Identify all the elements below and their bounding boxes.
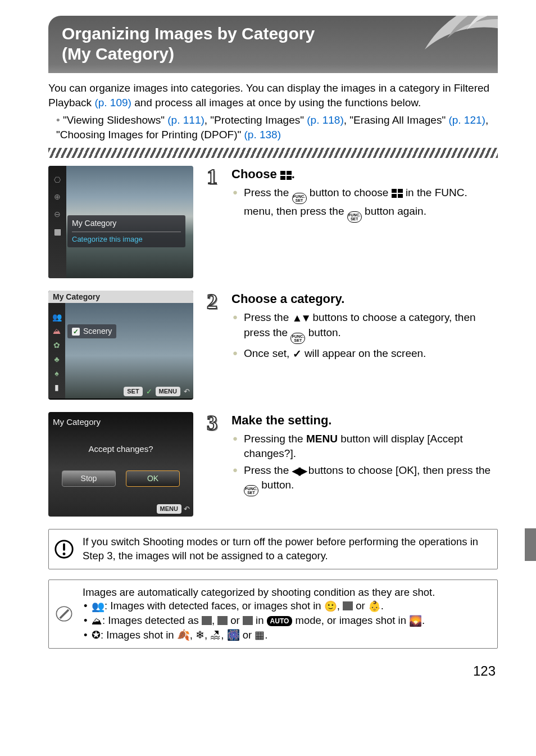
caution-note: If you switch Shooting modes or turn off…: [48, 529, 498, 569]
thumb-icon: ⎔: [54, 175, 61, 185]
intro-paragraph: You can organize images into categories.…: [48, 81, 498, 110]
tooltip-title: My Category: [72, 218, 181, 229]
snow-mode-icon: ❄: [196, 628, 205, 642]
thumb2-selected-item: ✓ Scenery: [67, 324, 116, 338]
night-snapshot-icon: [343, 601, 353, 610]
scenery-icon: ⛰: [53, 326, 61, 337]
check-icon: ✓: [146, 387, 152, 397]
landscape-mode-icon: 🌄: [409, 614, 422, 628]
back-arrow-icon: ↶: [184, 387, 190, 397]
step1-thumbnail: ⎔ ⊕ ⊖ ▦ My Category Categorize this imag…: [48, 166, 193, 278]
my-category-icon: [280, 171, 292, 180]
left-right-arrow-icon: ◀▶: [292, 464, 306, 478]
thumb2-iconcol: 👥 ⛰ ✿ ♣ ♠ ▮: [48, 303, 65, 399]
thumb3-title: My Category: [53, 417, 189, 428]
back-arrow-icon: ↶: [184, 504, 190, 514]
pencil-note-icon: [53, 603, 75, 624]
func-set-icon: FUNC.SET: [290, 333, 305, 344]
my-category-icon: [392, 189, 403, 198]
step1-title: Choose .: [231, 166, 498, 183]
thumb-icon: ⊕: [54, 192, 61, 202]
svg-rect-1: [63, 543, 65, 550]
scene-icon: [217, 616, 228, 625]
info-note: Images are automatically categorized by …: [48, 580, 498, 649]
kids-pets-icon: 👶: [368, 600, 381, 614]
page-number: 123: [48, 662, 498, 680]
page-ref-link[interactable]: (p. 109): [94, 97, 131, 108]
aquarium-mode-icon: ▦: [255, 628, 265, 642]
thumb3-message: Accept changes?: [53, 443, 189, 455]
step3-thumbnail: My Category Accept changes? Stop OK MENU…: [48, 412, 193, 517]
step-number: 1: [207, 166, 226, 225]
thumb1-sidebar: ⎔ ⊕ ⊖ ▦: [48, 166, 66, 278]
scene-icon: [243, 616, 253, 625]
step-number: 3: [207, 412, 226, 499]
caution-text: If you switch Shooting modes or turn off…: [83, 535, 489, 563]
page-ref-link[interactable]: (p. 138): [244, 129, 281, 141]
step-number: 2: [207, 291, 226, 364]
set-badge: SET: [124, 387, 142, 396]
info-item-people: 👥: Images with detected faces, or images…: [83, 599, 489, 614]
intro-text: and process all images at once by using …: [131, 97, 421, 108]
step2-thumbnail: My Category 👥 ⛰ ✿ ♣ ♠ ▮ ✓ Scenery SET ✓: [48, 291, 193, 400]
refs-line: "Viewing Slideshows" (p. 111), "Protecti…: [56, 113, 498, 142]
section-tab: [525, 528, 536, 561]
func-set-icon: FUNC.SET: [244, 485, 258, 496]
step2-bullet2: Once set, ✓ will appear on the screen.: [233, 346, 498, 361]
tooltip-subtitle: Categorize this image: [72, 234, 181, 245]
portrait-mode-icon: 🙂: [324, 600, 337, 614]
fireworks-mode-icon: 🎆: [227, 628, 240, 642]
events-category-icon: ✪: [92, 628, 101, 642]
selected-label: Scenery: [83, 326, 112, 337]
step2-bullet1: Press the ▲▼ buttons to choose a categor…: [233, 310, 498, 344]
page-ref-link[interactable]: (p. 111): [167, 114, 204, 126]
step3-bullet2: Press the ◀▶ buttons to choose [OK], the…: [233, 463, 498, 497]
step2-title: Choose a category.: [231, 291, 498, 307]
scenery-category-icon: ⛰: [92, 614, 102, 628]
thumb-icon: ⊖: [54, 209, 61, 220]
ok-button[interactable]: OK: [126, 470, 180, 487]
info-item-scenery: ⛰: Images detected as , or in AUTO mode,…: [83, 614, 489, 628]
step3-bullet1: Pressing the MENU button will display [A…: [233, 432, 498, 460]
category-icon: ♠: [54, 368, 58, 379]
caution-icon: [53, 538, 75, 560]
thumb1-tooltip: My Category Categorize this image: [67, 215, 185, 247]
todo-icon: ▮: [54, 382, 59, 393]
info-lead: Images are automatically categorized by …: [83, 586, 489, 600]
func-set-icon: FUNC.SET: [347, 211, 362, 223]
people-icon: 👥: [52, 312, 62, 323]
scene-icon: [202, 616, 212, 625]
step-3: My Category Accept changes? Stop OK MENU…: [48, 412, 498, 517]
page-ref-link[interactable]: (p. 118): [307, 114, 343, 126]
menu-word-icon: MENU: [306, 433, 338, 445]
auto-mode-badge: AUTO: [267, 616, 293, 626]
hatch-divider: [48, 148, 498, 158]
stop-button[interactable]: Stop: [62, 470, 116, 487]
thumb2-title: My Category: [53, 292, 100, 302]
step-2: My Category 👥 ⛰ ✿ ♣ ♠ ▮ ✓ Scenery SET ✓: [48, 291, 498, 400]
events-icon: ✿: [53, 340, 60, 351]
related-refs: "Viewing Slideshows" (p. 111), "Protecti…: [48, 113, 498, 142]
check-icon: ✓: [293, 347, 302, 361]
header-swirl-decoration: [414, 16, 498, 73]
step1-title-pre: Choose: [231, 167, 280, 181]
func-set-icon: FUNC.SET: [292, 193, 307, 204]
people-category-icon: 👥: [92, 600, 105, 614]
my-category-icon: ▦: [54, 227, 61, 237]
step3-title: Make the setting.: [231, 412, 498, 429]
beach-mode-icon: 🏖: [210, 628, 221, 642]
foliage-mode-icon: 🍂: [177, 628, 190, 642]
up-down-arrow-icon: ▲▼: [292, 311, 310, 325]
category-icon: ♣: [54, 354, 59, 365]
page-ref-link[interactable]: (p. 121): [448, 114, 485, 126]
step1-bullet: Press the FUNC.SET button to choose in t…: [233, 185, 498, 223]
svg-point-2: [63, 553, 66, 555]
menu-badge: MENU: [157, 504, 181, 514]
step1-title-post: .: [292, 167, 295, 181]
page-header: Organizing Images by Category (My Catego…: [48, 16, 498, 73]
check-icon: ✓: [72, 328, 80, 336]
menu-badge: MENU: [156, 387, 180, 396]
info-item-events: ✪: Images shot in 🍂, ❄, 🏖, 🎆 or ▦.: [83, 628, 489, 643]
step-1: ⎔ ⊕ ⊖ ▦ My Category Categorize this imag…: [48, 166, 498, 278]
